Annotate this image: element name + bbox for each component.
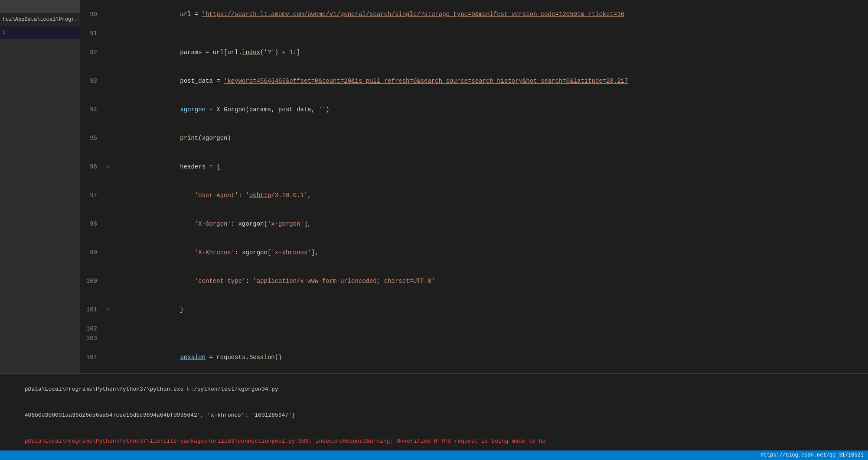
terminal-text-3: pData\Local\Programs\Python\Python37\lib… [25, 438, 545, 444]
terminal-content: pData\Local\Programs\Python\Python37\pyt… [0, 374, 868, 450]
line-number-103: 103 [80, 334, 104, 343]
editor-area: hcz\AppData\Local\Program t 90 url = 'ht… [0, 0, 868, 373]
fold-icon-101[interactable]: ▷ [107, 305, 110, 314]
code-101: } [113, 295, 868, 324]
line-number-90: 90 [80, 10, 104, 19]
line-number-97: 97 [80, 191, 104, 200]
code-editor[interactable]: 90 url = 'https://search-lt.amemv.com/aw… [80, 0, 868, 373]
terminal-line-3: pData\Local\Programs\Python\Python37\lib… [4, 428, 864, 450]
line-102: 102 [80, 324, 868, 334]
sidebar-empty [0, 39, 80, 373]
code-97: 'User-Agent': 'okhttp/3.10.0.1', [113, 181, 868, 210]
line-93: 93 post_data = 'keyword=45646466&offset=… [80, 67, 868, 95]
code-lines: 90 url = 'https://search-lt.amemv.com/aw… [80, 0, 868, 373]
code-99: 'X-Khronos': xgorgon['x-khronos'], [113, 238, 868, 267]
gutter-96[interactable]: ▷ [104, 162, 113, 172]
line-99: 99 'X-Khronos': xgorgon['x-khronos'], [80, 238, 868, 267]
terminal-text-1: pData\Local\Programs\Python\Python37\pyt… [25, 386, 278, 392]
line-number-93: 93 [80, 76, 104, 86]
line-103: 103 [80, 334, 868, 343]
line-98: 98 'X-Gorgon': xgorgon['x-gorgon'], [80, 210, 868, 238]
line-96: 96 ▷ headers = { [80, 152, 868, 181]
code-93: post_data = 'keyword=45646466&offset=0&c… [113, 67, 868, 95]
gutter-101[interactable]: ▷ [104, 305, 113, 314]
line-number-99: 99 [80, 248, 104, 257]
code-104: session = requests.Session() [113, 343, 868, 372]
line-number-92: 92 [80, 48, 104, 57]
line-number-91: 91 [80, 29, 104, 38]
fold-icon-96[interactable]: ▷ [107, 162, 110, 172]
line-number-95: 95 [80, 133, 104, 143]
line-92: 92 params = url[url.index('?') + 1:] [80, 38, 868, 67]
code-92: params = url[url.index('?') + 1:] [113, 38, 868, 67]
line-number-100: 100 [80, 276, 104, 286]
line-number-101: 101 [80, 305, 104, 314]
line-100: 100 'content-type': 'application/x-www-f… [80, 267, 868, 295]
code-96: headers = { [113, 152, 868, 181]
line-number-94: 94 [80, 105, 104, 114]
code-105: html = requests.post(url, headers=header… [113, 372, 868, 373]
line-101: 101 ▷ } [80, 295, 868, 324]
line-number-98: 98 [80, 219, 104, 229]
line-94: 94 xgorgon = X_Gorgon(params, post_data,… [80, 95, 868, 124]
line-90: 90 url = 'https://search-lt.amemv.com/aw… [80, 0, 868, 29]
sidebar-path: hcz\AppData\Local\Program [0, 13, 80, 26]
code-94: xgorgon = X_Gorgon(params, post_data, ''… [113, 95, 868, 124]
terminal-line-2: 408b0d300001aa36d26e56aa547cee15dbc3694a… [4, 402, 864, 428]
status-right[interactable]: https://blog.csdn.net/qq_31710521 [760, 452, 864, 458]
sidebar: hcz\AppData\Local\Program t [0, 0, 80, 373]
line-104: 104 session = requests.Session() [80, 343, 868, 372]
line-number-104: 104 [80, 353, 104, 362]
line-number-102: 102 [80, 324, 104, 334]
sidebar-item: t [3, 29, 6, 36]
line-95: 95 print(xgorgon) [80, 124, 868, 152]
terminal: pData\Local\Programs\Python\Python37\pyt… [0, 373, 868, 460]
line-number-96: 96 [80, 162, 104, 172]
line-91: 91 [80, 29, 868, 38]
terminal-line-1: pData\Local\Programs\Python\Python37\pyt… [4, 376, 864, 402]
code-98: 'X-Gorgon': xgorgon['x-gorgon'], [113, 210, 868, 238]
terminal-text-2: 408b0d300001aa36d26e56aa547cee15dbc3694a… [25, 412, 295, 418]
status-bar: https://blog.csdn.net/qq_31710521 [0, 450, 868, 460]
code-95: print(xgorgon) [113, 124, 868, 152]
code-100: 'content-type': 'application/x-www-form-… [113, 267, 868, 295]
code-90: url = 'https://search-lt.amemv.com/aweme… [113, 0, 868, 29]
sidebar-top [0, 0, 80, 13]
line-97: 97 'User-Agent': 'okhttp/3.10.0.1', [80, 181, 868, 210]
line-105: 105 html = requests.post(url, headers=he… [80, 372, 868, 373]
